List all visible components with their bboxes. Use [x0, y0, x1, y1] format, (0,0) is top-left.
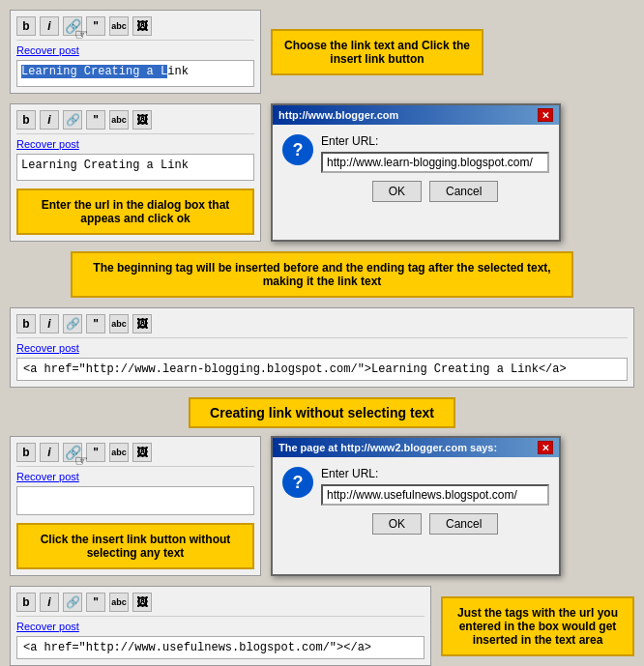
dialog-ok-button1[interactable]: OK — [372, 181, 422, 202]
dialog-titlebar1: http://www.blogger.com ✕ — [273, 105, 559, 125]
dialog-body1: ? Enter URL: OK Cancel — [273, 125, 559, 212]
link-button5[interactable]: 🔗 — [63, 593, 82, 612]
image-button4[interactable]: 🖼 — [132, 443, 152, 462]
section3-banner-row: The beginning tag will be inserted befor… — [10, 251, 634, 298]
dialog-question-icon2: ? — [282, 467, 313, 498]
url-dialog2: The page at http://www2.blogger.com says… — [271, 436, 561, 576]
selected-text1: Learning Creating a L — [21, 65, 167, 78]
italic-button4[interactable]: i — [40, 443, 59, 462]
dialog-body2: ? Enter URL: OK Cancel — [273, 457, 559, 544]
result-code1: <a href="http://www.learn-blogging.blogs… — [16, 358, 628, 381]
section5-panel: b i 🔗 " abc 🖼 Recover post <a href="http… — [10, 586, 431, 666]
section4-banner: Creating link without selecting text — [189, 397, 455, 428]
result-panel1: b i 🔗 " abc 🖼 Recover post <a href="http… — [10, 307, 634, 388]
dialog-label1: Enter URL: — [321, 134, 549, 148]
image-button[interactable]: 🖼 — [132, 16, 152, 36]
spell-button4[interactable]: abc — [109, 443, 129, 462]
dialog-titlebar2: The page at http://www2.blogger.com says… — [273, 438, 559, 457]
quote-button3[interactable]: " — [86, 314, 105, 333]
spell-button[interactable]: abc — [109, 16, 129, 36]
recover-link1[interactable]: Recover post — [16, 44, 254, 56]
editor-content1[interactable]: Learning Creating a Link — [16, 60, 254, 87]
section3-banner: The beginning tag will be inserted befor… — [71, 251, 573, 298]
editor-content2[interactable]: Learning Creating a Link — [16, 154, 254, 181]
url-input1[interactable] — [321, 152, 549, 173]
section4-banner-wrapper: Creating link without selecting text — [10, 397, 634, 428]
quote-button5[interactable]: " — [86, 593, 105, 612]
dialog-title1: http://www.blogger.com — [278, 109, 398, 121]
link-button3[interactable]: 🔗 — [63, 314, 82, 333]
dialog-title2: The page at http://www2.blogger.com says… — [278, 442, 497, 453]
link-button4[interactable]: 🔗 — [63, 443, 82, 462]
link-button[interactable]: 🔗 — [63, 16, 82, 36]
image-button2[interactable]: 🖼 — [132, 110, 152, 130]
dialog-buttons2: OK Cancel — [321, 513, 549, 535]
editor-content4[interactable] — [16, 486, 254, 515]
url-input2[interactable] — [321, 484, 549, 506]
section2-editor: b i 🔗 " abc 🖼 Recover post Learning Crea… — [10, 103, 261, 242]
spell-button5[interactable]: abc — [109, 593, 129, 612]
result-toolbar1: b i 🔗 " abc 🖼 — [16, 314, 628, 338]
image-button5[interactable]: 🖼 — [132, 593, 152, 612]
result-toolbar5: b i 🔗 " abc 🖼 — [16, 593, 424, 617]
italic-button2[interactable]: i — [40, 110, 59, 130]
section1: b i 🔗 ☞ " abc 🖼 Recover post Learning Cr… — [10, 10, 634, 94]
dialog-close1[interactable]: ✕ — [538, 108, 553, 122]
url-dialog1: http://www.blogger.com ✕ ? Enter URL: OK… — [271, 103, 561, 242]
link-button2[interactable]: 🔗 — [63, 110, 82, 130]
quote-button2[interactable]: " — [86, 110, 105, 130]
section3-result: b i 🔗 " abc 🖼 Recover post <a href="http… — [10, 307, 634, 388]
section5-callout: Just the tags with the url you entered i… — [441, 596, 634, 656]
dialog-content2: Enter URL: OK Cancel — [321, 467, 549, 535]
link-button-wrap4: 🔗 ☞ — [63, 443, 82, 462]
dialog-question-icon1: ? — [282, 134, 313, 165]
quote-button4[interactable]: " — [86, 443, 105, 462]
section1-callout: Choose the link text and Click the inser… — [271, 29, 483, 75]
section5: b i 🔗 " abc 🖼 Recover post <a href="http… — [10, 586, 634, 666]
image-button3[interactable]: 🖼 — [132, 314, 152, 333]
recover-link4[interactable]: Recover post — [16, 471, 254, 482]
section3-banner-wrapper: The beginning tag will be inserted befor… — [10, 251, 634, 298]
recover-link5[interactable]: Recover post — [16, 621, 424, 632]
bold-button[interactable]: b — [16, 16, 36, 36]
toolbar4: b i 🔗 ☞ " abc 🖼 — [16, 443, 254, 467]
section4-editor: b i 🔗 ☞ " abc 🖼 Recover post Click the i… — [10, 436, 261, 576]
section4: b i 🔗 ☞ " abc 🖼 Recover post Click the i… — [10, 436, 634, 576]
section2-callout: Enter the url in the dialog box that app… — [16, 188, 254, 235]
italic-button5[interactable]: i — [40, 593, 59, 612]
bold-button2[interactable]: b — [16, 110, 36, 130]
quote-button[interactable]: " — [86, 16, 105, 36]
dialog-ok-button2[interactable]: OK — [372, 513, 422, 535]
link-button-wrap: 🔗 ☞ — [63, 16, 82, 36]
section2: b i 🔗 " abc 🖼 Recover post Learning Crea… — [10, 103, 634, 242]
bold-button5[interactable]: b — [16, 593, 36, 612]
dialog-buttons1: OK Cancel — [321, 181, 549, 202]
recover-link3[interactable]: Recover post — [16, 342, 628, 354]
toolbar2: b i 🔗 " abc 🖼 — [16, 110, 254, 134]
section4-callout: Click the insert link button without sel… — [16, 523, 254, 569]
dialog-cancel-button2[interactable]: Cancel — [429, 513, 498, 535]
spell-button2[interactable]: abc — [109, 110, 129, 130]
toolbar1: b i 🔗 ☞ " abc 🖼 — [16, 16, 254, 41]
dialog-label2: Enter URL: — [321, 467, 549, 480]
recover-link2[interactable]: Recover post — [16, 138, 254, 150]
editor-text-rest1: ink — [167, 65, 189, 78]
dialog-close2[interactable]: ✕ — [538, 441, 553, 454]
bold-button4[interactable]: b — [16, 443, 36, 462]
spell-button3[interactable]: abc — [109, 314, 129, 333]
dialog-cancel-button1[interactable]: Cancel — [429, 181, 498, 202]
bold-button3[interactable]: b — [16, 314, 36, 333]
italic-button3[interactable]: i — [40, 314, 59, 333]
italic-button[interactable]: i — [40, 16, 59, 36]
dialog-content1: Enter URL: OK Cancel — [321, 134, 549, 202]
result-code5: <a href="http://www.usefulnews.blogspot.… — [16, 636, 424, 659]
section1-editor: b i 🔗 ☞ " abc 🖼 Recover post Learning Cr… — [10, 10, 261, 94]
